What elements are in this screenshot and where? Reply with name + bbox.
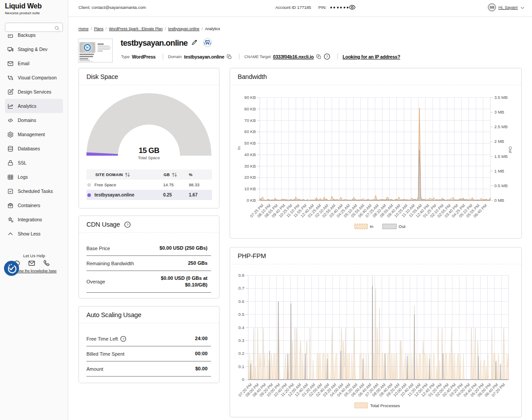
svg-text:In: In [236,146,241,150]
svg-text:1 MB: 1 MB [494,169,504,173]
svg-text:2.5 MB: 2.5 MB [494,124,508,129]
svg-text:?: ? [127,223,129,227]
svg-text:1.5 MB: 1.5 MB [494,154,508,159]
svg-text:0: 0 [242,377,244,382]
svg-text:10 KB: 10 KB [244,186,256,191]
svg-text:60 KB: 60 KB [244,129,256,134]
svg-text:W: W [86,46,89,50]
svg-text:0 MB: 0 MB [494,198,504,203]
svg-text:90 KB: 90 KB [244,95,256,100]
svg-text:0.5: 0.5 [239,312,244,317]
svg-text:0.3: 0.3 [239,338,244,343]
svg-text:0.4: 0.4 [239,325,244,330]
svg-text:?: ? [122,337,124,341]
svg-text:80 KB: 80 KB [244,106,256,111]
svg-text:?: ? [326,55,328,59]
svg-text:0.5 MB: 0.5 MB [494,183,508,188]
svg-text:0 KB: 0 KB [246,198,256,203]
svg-text:70 KB: 70 KB [244,118,256,123]
svg-text:Total Processes: Total Processes [370,403,400,408]
svg-text:In: In [370,224,373,229]
svg-text:Out: Out [508,146,513,153]
svg-text:W: W [205,40,210,46]
svg-text:3 MB: 3 MB [494,110,504,114]
svg-text:0.2: 0.2 [239,351,244,356]
svg-text:0.7: 0.7 [239,286,244,290]
svg-text:40 KB: 40 KB [244,152,256,157]
svg-text:3.5 MB: 3.5 MB [494,95,508,100]
svg-text:30 KB: 30 KB [244,164,256,169]
svg-text:0.1: 0.1 [239,364,244,369]
svg-text:0.8: 0.8 [239,273,244,278]
svg-text:0.6: 0.6 [239,299,244,304]
svg-text:20 KB: 20 KB [244,175,256,180]
svg-text:2 MB: 2 MB [494,139,504,144]
svg-text:Out: Out [399,224,406,229]
svg-text:50 KB: 50 KB [244,141,256,145]
